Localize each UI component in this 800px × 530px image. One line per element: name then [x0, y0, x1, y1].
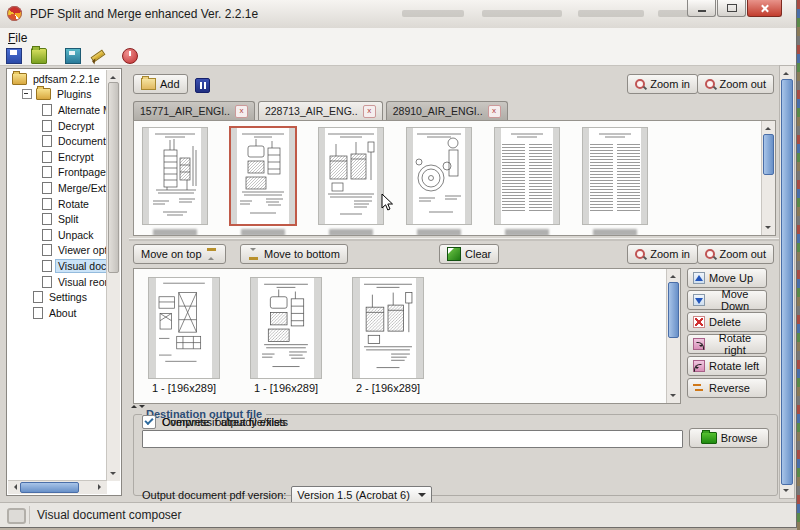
page-image	[352, 277, 424, 379]
zoom-out-button-top[interactable]: Zoom out	[697, 74, 774, 94]
tree-item-icon	[12, 73, 27, 85]
page-image	[230, 127, 296, 225]
tree-item-icon	[42, 198, 52, 210]
clipped-caption	[241, 229, 285, 236]
add-button[interactable]: Add	[133, 74, 188, 94]
browse-button[interactable]: Browse	[689, 428, 769, 448]
tree-item-plugins[interactable]: Plugins	[9, 87, 106, 103]
scrollbar-thumb[interactable]	[763, 134, 774, 175]
tab-close-icon[interactable]: x	[235, 105, 248, 118]
plugins-tree: pdfsam 2.2.1e Plugins Alternate Mix Decr…	[9, 71, 106, 480]
tree-item-rotate[interactable]: Rotate	[9, 196, 106, 212]
tree-item-icon	[36, 88, 51, 100]
tree-item-icon	[33, 307, 43, 319]
menu-file[interactable]: File	[8, 31, 27, 45]
close-icon	[760, 4, 769, 13]
composer-pages-scrollbar[interactable]	[666, 269, 680, 403]
scroll-left-icon[interactable]	[11, 484, 17, 490]
scroll-down-icon[interactable]	[110, 472, 116, 478]
page-image	[142, 127, 208, 225]
scrollbar-thumb[interactable]	[781, 79, 793, 485]
tree-item-icon	[42, 213, 52, 225]
move-up-button[interactable]: Move Up	[687, 268, 767, 288]
page-thumbnail[interactable]: 1 - [196x289]	[250, 277, 322, 394]
page-thumbnail[interactable]: 2 - [196x289]	[352, 277, 424, 394]
page-thumbnail[interactable]	[142, 127, 208, 236]
tree-horizontal-scrollbar[interactable]	[8, 480, 107, 494]
page-thumbnail[interactable]: 1 - [196x289]	[148, 277, 220, 394]
tree-item-decrypt[interactable]: Decrypt	[9, 118, 106, 134]
menu-bar: File	[0, 28, 796, 48]
status-separator	[29, 506, 30, 524]
move-to-bottom-button[interactable]: Move to bottom	[240, 244, 348, 264]
scroll-up-icon[interactable]	[670, 272, 676, 278]
scrollbar-thumb[interactable]	[108, 82, 119, 273]
rotate-right-button[interactable]: Rotate right	[687, 334, 767, 354]
tab-228713-air-eng[interactable]: 228713_AIR_ENG.. x	[258, 101, 383, 120]
tree-item-visual-reorder[interactable]: Visual reorder	[9, 274, 106, 290]
page-thumbnail[interactable]	[230, 127, 296, 236]
clear-button[interactable]: Clear	[439, 244, 499, 264]
page-thumbnail[interactable]	[406, 127, 472, 236]
delete-button[interactable]: Delete	[687, 312, 767, 332]
zoom-in-icon	[635, 79, 646, 90]
move-down-button[interactable]: Move Down	[687, 290, 767, 310]
tree-vertical-scrollbar[interactable]	[106, 70, 120, 481]
tree-item-document-info[interactable]: Document Info	[9, 133, 106, 149]
zoom-in-button-top[interactable]: Zoom in	[627, 74, 698, 94]
tab-close-icon[interactable]: x	[488, 105, 501, 118]
source-pages-scrollbar[interactable]	[761, 121, 775, 235]
scroll-down-icon[interactable]	[783, 489, 789, 495]
info-icon[interactable]	[195, 78, 210, 93]
output-file-input[interactable]	[142, 430, 683, 448]
page-thumbnail[interactable]	[582, 127, 648, 236]
save-environment-icon[interactable]	[65, 48, 81, 64]
tab-close-icon[interactable]: x	[363, 105, 376, 118]
zoom-in-button-middle[interactable]: Zoom in	[627, 244, 698, 264]
app-window: PDF Split and Merge enhanced Ver. 2.2.1e…	[0, 0, 797, 528]
scroll-up-icon[interactable]	[765, 124, 771, 130]
maximize-button[interactable]	[717, 0, 746, 17]
tab-15771-air-engi[interactable]: 15771_AIR_ENGI.. x	[133, 101, 255, 120]
checkbox[interactable]	[142, 415, 156, 429]
tree-item-settings[interactable]: Settings	[9, 289, 106, 305]
collapse-icon[interactable]	[22, 89, 32, 99]
tree-item-about[interactable]: About	[9, 305, 106, 321]
tree-item-icon	[42, 229, 52, 241]
tree-item-merge-extract[interactable]: Merge/Extract	[9, 180, 106, 196]
scroll-down-icon[interactable]	[670, 394, 676, 400]
tab-28910-air-engi[interactable]: 28910_AIR_ENGI.. x	[386, 101, 508, 120]
scroll-down-icon[interactable]	[765, 226, 771, 232]
tree-item-alternate-mix[interactable]: Alternate Mix	[9, 102, 106, 118]
tree-item-icon	[42, 104, 52, 116]
save-icon[interactable]	[6, 48, 22, 64]
rotate-left-button[interactable]: Rotate left	[687, 356, 767, 376]
scrollbar-thumb[interactable]	[20, 482, 79, 493]
page-thumbnail[interactable]	[494, 127, 560, 236]
scroll-up-icon[interactable]	[783, 69, 789, 75]
tree-item-visual-document[interactable]: Visual document	[9, 258, 106, 274]
option-compress-output-file-files[interactable]: Compress output file/files	[142, 415, 286, 429]
move-on-top-button[interactable]: Move on top	[133, 244, 226, 264]
tree-item-encrypt[interactable]: Encrypt	[9, 149, 106, 165]
zoom-out-button-middle[interactable]: Zoom out	[697, 244, 774, 264]
minimize-button[interactable]	[687, 0, 716, 17]
tree-item-unpack[interactable]: Unpack	[9, 227, 106, 243]
tree-item-viewer-options[interactable]: Viewer options	[9, 243, 106, 259]
close-button[interactable]	[747, 0, 782, 17]
open-icon[interactable]	[31, 48, 47, 64]
reverse-button[interactable]: Reverse	[687, 378, 767, 398]
scrollbar-thumb[interactable]	[668, 282, 679, 338]
exit-icon[interactable]	[122, 48, 138, 64]
add-folder-icon	[141, 78, 156, 90]
panel-vertical-scrollbar[interactable]	[779, 65, 795, 499]
scroll-up-icon[interactable]	[110, 73, 116, 79]
move-down-icon	[693, 294, 705, 306]
tree-item-split[interactable]: Split	[9, 211, 106, 227]
tree-item-pdfsam-2-2-1e[interactable]: pdfsam 2.2.1e	[9, 71, 106, 87]
edit-icon[interactable]	[90, 48, 104, 62]
page-thumbnail[interactable]	[318, 127, 384, 236]
tree-item-frontpage-and-ad[interactable]: Frontpage and Ad	[9, 165, 106, 181]
background-window-hint	[482, 10, 562, 17]
scroll-right-icon[interactable]	[98, 484, 104, 490]
